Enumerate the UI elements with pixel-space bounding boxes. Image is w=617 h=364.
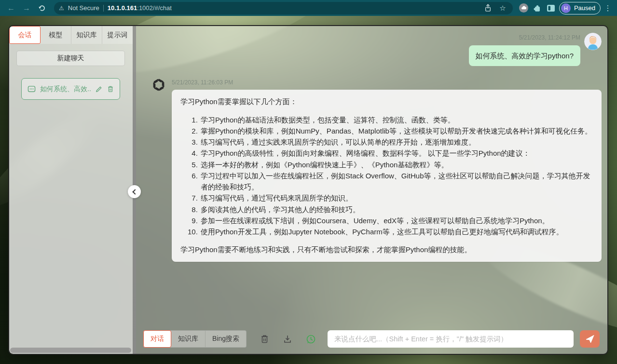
user-message-bubble: 如何系统、高效的学习python? bbox=[469, 45, 580, 66]
clear-trash-icon[interactable] bbox=[259, 334, 270, 344]
assistant-message-bubble: 学习Python需要掌握以下几个方面： 学习Python的基础语法和数据类型，包… bbox=[172, 90, 602, 261]
assistant-numbered-list: 学习Python的基础语法和数据类型，包括变量、运算符、控制流、函数、类等。掌握… bbox=[180, 114, 593, 238]
profile-paused-button[interactable]: H Paused bbox=[559, 2, 601, 14]
history-clock-icon[interactable] bbox=[305, 334, 316, 344]
openai-logo-icon bbox=[151, 78, 166, 92]
chat-main-area: 5/21/2023, 11:24:12 PM 如何系统、高效的学习python?… bbox=[136, 26, 607, 354]
mode-tab-bing-search[interactable]: Bing搜索 bbox=[206, 331, 246, 347]
assistant-intro: 学习Python需要掌握以下几个方面： bbox=[180, 96, 593, 107]
share-icon[interactable] bbox=[483, 3, 494, 13]
composer-mode-tabs: 对话 知识库 Bing搜索 bbox=[143, 330, 247, 348]
assistant-outro: 学习Python需要不断地练习和实践，只有不断地尝试和探索，才能掌握Python… bbox=[180, 244, 593, 255]
omnibox-divider bbox=[103, 5, 104, 12]
assistant-list-item: 学习Python的高级特性，例如面向对象编程、网络编程、数据科学等。 以下是一些… bbox=[200, 148, 593, 159]
mode-tab-dialog[interactable]: 对话 bbox=[143, 330, 171, 348]
profile-avatar: H bbox=[561, 3, 571, 13]
sidebar: 会话 模型 知识库 提示词 新建聊天 如何系统、高效... bbox=[9, 26, 133, 354]
assistant-list-item: 练习编写代码，通过实践来巩固所学的知识，可以从简单的程序开始，逐渐增加难度。 bbox=[200, 136, 593, 148]
assistant-list-item: 使用Python开发工具，例如Jupyter Notebook、PyCharm等… bbox=[200, 226, 593, 237]
collapse-sidebar-button[interactable] bbox=[128, 185, 141, 198]
message-list: 5/21/2023, 11:24:12 PM 如何系统、高效的学习python?… bbox=[136, 26, 607, 262]
chat-app-window: 会话 模型 知识库 提示词 新建聊天 如何系统、高效... bbox=[8, 25, 608, 355]
assistant-list-item: 练习编写代码，通过写代码来巩固所学的知识。 bbox=[200, 192, 593, 203]
chat-bubble-icon bbox=[27, 85, 36, 93]
url-text: 10.1.0.161:1002/#/chat bbox=[108, 4, 172, 12]
user-message: 5/21/2023, 11:24:12 PM 如何系统、高效的学习python? bbox=[151, 33, 602, 66]
assistant-list-item: 学习过程中可以加入一些在线编程社区，例如Stack Overflow、GitHu… bbox=[200, 170, 593, 193]
assistant-list-item: 多阅读其他人的代码，学习其他人的经验和技巧。 bbox=[200, 204, 593, 215]
sidebar-tabs: 会话 模型 知识库 提示词 bbox=[9, 26, 133, 44]
side-panel-icon[interactable] bbox=[546, 3, 556, 13]
export-download-icon[interactable] bbox=[282, 334, 293, 344]
assistant-message-timestamp: 5/21/2023, 11:26:03 PM bbox=[172, 78, 602, 86]
address-bar[interactable]: ⚠ Not Secure 10.1.0.161:1002/#/chat ☆ bbox=[54, 2, 513, 14]
assistant-list-item: 学习Python的基础语法和数据类型，包括变量、运算符、控制流、函数、类等。 bbox=[200, 114, 593, 125]
chat-history-item[interactable]: 如何系统、高效... bbox=[21, 78, 120, 100]
assistant-list-item: 参加一些在线课程或线下培训，例如Coursera、Udemy、edX等，这些课程… bbox=[200, 215, 593, 226]
assistant-message: 5/21/2023, 11:26:03 PM 学习Python需要掌握以下几个方… bbox=[151, 78, 602, 261]
page-background: 会话 模型 知识库 提示词 新建聊天 如何系统、高效... bbox=[0, 16, 617, 364]
profile-status-label: Paused bbox=[574, 4, 595, 12]
delete-trash-icon[interactable] bbox=[107, 85, 114, 93]
chat-item-title: 如何系统、高效... bbox=[40, 85, 91, 94]
download-status-icon[interactable] bbox=[519, 3, 529, 13]
composer-bar: 对话 知识库 Bing搜索 bbox=[143, 330, 600, 348]
paper-plane-icon bbox=[585, 334, 595, 344]
tab-models[interactable]: 模型 bbox=[41, 26, 71, 44]
assistant-list-item: 掌握Python的模块和库，例如NumPy、Pandas、Matplotlib等… bbox=[200, 125, 593, 136]
user-avatar bbox=[584, 33, 602, 50]
user-message-timestamp: 5/21/2023, 11:24:12 PM bbox=[519, 33, 580, 41]
mode-tab-knowledge-base[interactable]: 知识库 bbox=[171, 331, 206, 347]
security-label: Not Secure bbox=[68, 4, 99, 12]
forward-icon[interactable]: → bbox=[20, 2, 33, 14]
chevron-left-icon bbox=[132, 189, 137, 194]
tab-conversations[interactable]: 会话 bbox=[9, 26, 41, 44]
extensions-puzzle-icon[interactable] bbox=[532, 3, 543, 13]
tab-knowledge-base[interactable]: 知识库 bbox=[71, 26, 102, 44]
assistant-list-item: 选择一本好的教材，例如《Python编程快速上手》、《Python基础教程》等。 bbox=[200, 159, 593, 170]
back-icon[interactable]: ← bbox=[5, 2, 17, 14]
browser-toolbar: ← → ⚠ Not Secure 10.1.0.161:1002/#/chat … bbox=[0, 0, 617, 16]
sidebar-horizontal-scrollbar[interactable] bbox=[10, 348, 131, 353]
tab-prompts[interactable]: 提示词 bbox=[102, 26, 133, 44]
refresh-icon[interactable] bbox=[36, 2, 48, 14]
url-path: :1002/#/chat bbox=[137, 4, 172, 12]
browser-menu-icon[interactable]: ⋮ bbox=[603, 4, 612, 13]
url-host: 10.1.0.161 bbox=[108, 4, 137, 12]
message-input[interactable] bbox=[328, 330, 574, 348]
not-secure-warning-icon: ⚠ bbox=[59, 5, 64, 12]
bookmark-star-icon[interactable]: ☆ bbox=[497, 3, 508, 13]
send-button[interactable] bbox=[580, 330, 600, 348]
edit-pencil-icon[interactable] bbox=[96, 85, 103, 93]
new-chat-button[interactable]: 新建聊天 bbox=[16, 51, 125, 66]
